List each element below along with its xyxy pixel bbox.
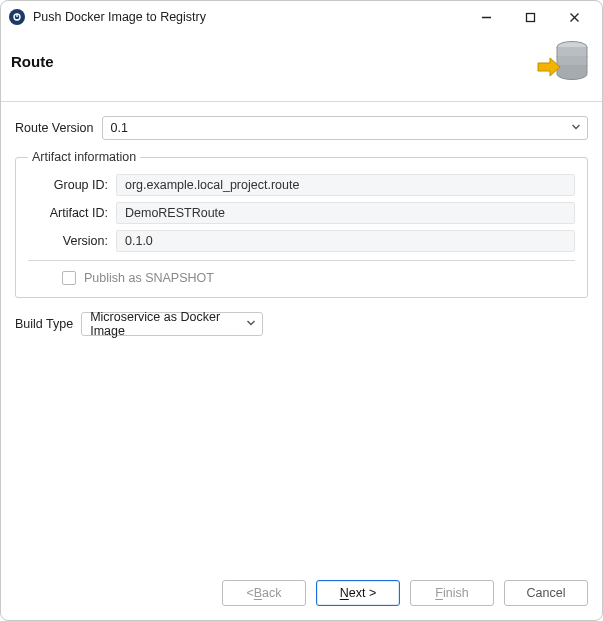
divider bbox=[28, 260, 575, 261]
cancel-button[interactable]: Cancel bbox=[504, 580, 588, 606]
artifact-version-field: 0.1.0 bbox=[116, 230, 575, 252]
back-mn: B bbox=[254, 586, 262, 600]
artifact-info-group: Artifact information Group ID: org.examp… bbox=[15, 150, 588, 298]
group-id-value: org.example.local_project.route bbox=[125, 178, 299, 192]
build-type-value: Microservice as Docker Image bbox=[90, 310, 240, 338]
publish-snapshot-checkbox[interactable] bbox=[62, 271, 76, 285]
content-area: Route Version 0.1 Artifact information G… bbox=[1, 102, 602, 568]
artifact-version-label: Version: bbox=[28, 234, 116, 248]
artifact-id-row: Artifact ID: DemoRESTRoute bbox=[28, 202, 575, 224]
build-type-select[interactable]: Microservice as Docker Image bbox=[81, 312, 263, 336]
build-type-row: Build Type Microservice as Docker Image bbox=[15, 312, 588, 336]
page-title: Route bbox=[11, 53, 536, 70]
chevron-down-icon bbox=[571, 121, 581, 135]
svg-rect-3 bbox=[526, 13, 534, 21]
window-controls bbox=[464, 3, 596, 31]
close-button[interactable] bbox=[552, 3, 596, 31]
artifact-id-value: DemoRESTRoute bbox=[125, 206, 225, 220]
window-title: Push Docker Image to Registry bbox=[33, 10, 464, 24]
back-button[interactable]: < Back bbox=[222, 580, 306, 606]
back-prefix: < bbox=[246, 586, 253, 600]
next-mn: N bbox=[340, 586, 349, 600]
finish-rest: inish bbox=[443, 586, 469, 600]
route-version-label: Route Version bbox=[15, 121, 94, 135]
artifact-version-value: 0.1.0 bbox=[125, 234, 153, 248]
route-version-select[interactable]: 0.1 bbox=[102, 116, 588, 140]
maximize-button[interactable] bbox=[508, 3, 552, 31]
cancel-label: Cancel bbox=[527, 586, 566, 600]
route-version-value: 0.1 bbox=[111, 121, 128, 135]
artifact-version-row: Version: 0.1.0 bbox=[28, 230, 575, 252]
back-rest: ack bbox=[262, 586, 281, 600]
minimize-button[interactable] bbox=[464, 3, 508, 31]
artifact-id-field: DemoRESTRoute bbox=[116, 202, 575, 224]
finish-button[interactable]: Finish bbox=[410, 580, 494, 606]
app-icon bbox=[9, 9, 25, 25]
artifact-id-label: Artifact ID: bbox=[28, 206, 116, 220]
finish-mn: F bbox=[435, 586, 443, 600]
build-type-label: Build Type bbox=[15, 317, 73, 331]
database-deploy-icon bbox=[536, 37, 592, 85]
group-id-field: org.example.local_project.route bbox=[116, 174, 575, 196]
artifact-info-legend: Artifact information bbox=[28, 150, 140, 164]
titlebar[interactable]: Push Docker Image to Registry bbox=[1, 1, 602, 33]
chevron-down-icon bbox=[246, 317, 256, 331]
publish-snapshot-label: Publish as SNAPSHOT bbox=[84, 271, 214, 285]
publish-snapshot-row: Publish as SNAPSHOT bbox=[28, 271, 575, 285]
dialog-header: Route bbox=[1, 33, 602, 102]
dialog-window: Push Docker Image to Registry Route bbox=[0, 0, 603, 621]
footer-buttons: < Back Next > Finish Cancel bbox=[1, 568, 602, 620]
next-rest: ext > bbox=[349, 586, 376, 600]
route-version-row: Route Version 0.1 bbox=[15, 116, 588, 140]
next-button[interactable]: Next > bbox=[316, 580, 400, 606]
group-id-label: Group ID: bbox=[28, 178, 116, 192]
group-id-row: Group ID: org.example.local_project.rout… bbox=[28, 174, 575, 196]
